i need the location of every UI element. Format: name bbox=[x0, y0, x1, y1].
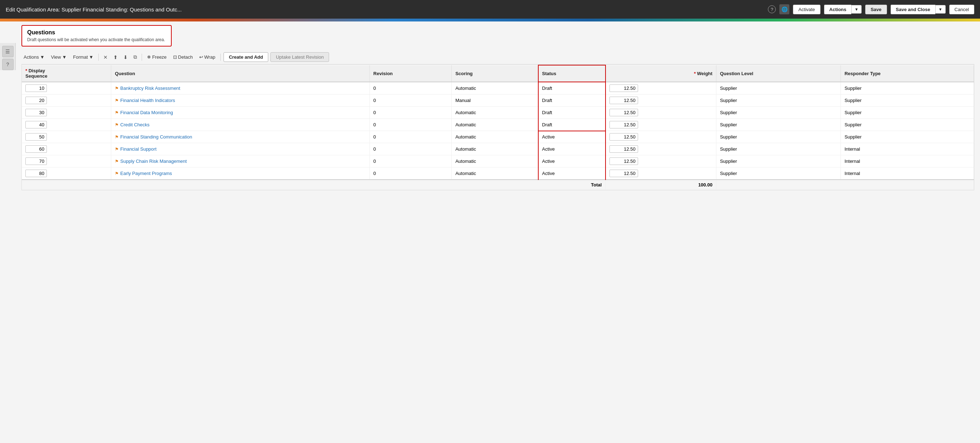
weight-input[interactable] bbox=[609, 97, 638, 104]
cell-responder-type: Internal bbox=[841, 167, 974, 180]
flag-icon: ⚑ bbox=[115, 98, 119, 103]
question-link[interactable]: Financial Health Indicators bbox=[120, 98, 175, 103]
cell-responder-type: Supplier bbox=[841, 94, 974, 107]
cell-weight bbox=[606, 82, 716, 94]
table-row: ⚑Financial Support0AutomaticActiveSuppli… bbox=[22, 143, 974, 155]
total-value: 100.00 bbox=[606, 180, 716, 190]
cell-question-level: Supplier bbox=[716, 167, 840, 180]
insert-above-icon[interactable]: ⬆ bbox=[111, 53, 119, 61]
freeze-toolbar-item[interactable]: ❄ Freeze bbox=[145, 53, 169, 61]
toolbar: Actions ▼ View ▼ Format ▼ ✕ ⬆ ⬇ ⧉ ❄ Free… bbox=[21, 50, 974, 64]
question-link[interactable]: Bankruptcy Risk Assessment bbox=[120, 86, 180, 91]
question-link[interactable]: Supply Chain Risk Management bbox=[120, 159, 187, 164]
actions-arrow-button[interactable]: ▼ bbox=[851, 5, 862, 14]
list-icon[interactable]: ☰ bbox=[2, 46, 14, 57]
cell-display-sequence bbox=[22, 167, 111, 180]
actions-toolbar-item[interactable]: Actions ▼ bbox=[21, 53, 47, 61]
wrap-toolbar-item[interactable]: ↩ Wrap bbox=[197, 53, 218, 61]
view-chevron-icon: ▼ bbox=[62, 54, 67, 60]
cell-question: ⚑Financial Health Indicators bbox=[111, 94, 370, 107]
question-link[interactable]: Financial Support bbox=[120, 147, 156, 152]
questions-title: Questions bbox=[27, 29, 166, 36]
sequence-input[interactable] bbox=[25, 97, 47, 104]
table-header-row: DisplaySequence Question Revision Scorin… bbox=[22, 65, 974, 82]
cell-responder-type: Supplier bbox=[841, 82, 974, 94]
actions-main-button[interactable]: Actions bbox=[824, 5, 851, 14]
duplicate-icon[interactable]: ⧉ bbox=[132, 53, 139, 61]
cell-status: Active bbox=[538, 143, 606, 155]
weight-input[interactable] bbox=[609, 109, 638, 116]
save-close-button-group: Save and Close ▼ bbox=[891, 5, 946, 14]
table-row: ⚑Financial Health Indicators0ManualDraft… bbox=[22, 94, 974, 107]
cell-display-sequence bbox=[22, 107, 111, 119]
detach-icon: ⊡ bbox=[173, 54, 177, 60]
flag-icon: ⚑ bbox=[115, 110, 119, 115]
cell-scoring: Automatic bbox=[452, 143, 538, 155]
sequence-input[interactable] bbox=[25, 109, 47, 116]
cancel-button[interactable]: Cancel bbox=[949, 5, 974, 14]
question-link[interactable]: Early Payment Programs bbox=[120, 171, 172, 176]
weight-input[interactable] bbox=[609, 133, 638, 141]
cell-weight bbox=[606, 131, 716, 143]
cell-question-level: Supplier bbox=[716, 143, 840, 155]
cell-question-level: Supplier bbox=[716, 107, 840, 119]
freeze-icon: ❄ bbox=[147, 54, 151, 60]
col-header-revision: Revision bbox=[369, 65, 451, 82]
help-sidebar-icon[interactable]: ? bbox=[2, 59, 14, 70]
sequence-input[interactable] bbox=[25, 158, 47, 165]
format-toolbar-item[interactable]: Format ▼ bbox=[71, 53, 95, 61]
cell-question-level: Supplier bbox=[716, 119, 840, 131]
color-banner bbox=[0, 19, 980, 21]
actions-chevron-icon: ▼ bbox=[40, 54, 45, 60]
cell-responder-type: Supplier bbox=[841, 107, 974, 119]
weight-input[interactable] bbox=[609, 145, 638, 153]
cell-question-level: Supplier bbox=[716, 82, 840, 94]
activate-button[interactable]: Activate bbox=[793, 5, 820, 14]
detach-toolbar-item[interactable]: ⊡ Detach bbox=[171, 53, 195, 61]
create-and-add-button[interactable]: Create and Add bbox=[224, 52, 269, 62]
question-link[interactable]: Credit Checks bbox=[120, 122, 150, 127]
cell-status: Draft bbox=[538, 107, 606, 119]
help-icon[interactable]: ? bbox=[768, 5, 776, 13]
cell-responder-type: Supplier bbox=[841, 131, 974, 143]
cell-question-level: Supplier bbox=[716, 131, 840, 143]
weight-input[interactable] bbox=[609, 121, 638, 129]
col-header-display-sequence: DisplaySequence bbox=[22, 65, 111, 82]
flag-icon: ⚑ bbox=[115, 171, 119, 176]
save-button[interactable]: Save bbox=[865, 5, 887, 14]
col-header-question: Question bbox=[111, 65, 370, 82]
save-close-arrow-button[interactable]: ▼ bbox=[935, 5, 946, 14]
questions-subtitle: Draft questions will be activated when y… bbox=[27, 37, 166, 42]
view-toolbar-item[interactable]: View ▼ bbox=[49, 53, 69, 61]
sequence-input[interactable] bbox=[25, 170, 47, 177]
uptake-latest-revision-button[interactable]: Uptake Latest Revision bbox=[270, 52, 329, 62]
flag-icon: ⚑ bbox=[115, 159, 119, 164]
save-close-main-button[interactable]: Save and Close bbox=[891, 5, 935, 14]
sequence-input[interactable] bbox=[25, 121, 47, 129]
table-row: ⚑Supply Chain Risk Management0AutomaticA… bbox=[22, 155, 974, 167]
layout-wrapper: ☰ ? Questions Draft questions will be ac… bbox=[0, 21, 980, 194]
cell-scoring: Automatic bbox=[452, 119, 538, 131]
weight-input[interactable] bbox=[609, 158, 638, 165]
weight-input[interactable] bbox=[609, 170, 638, 177]
col-header-responder-type: Responder Type bbox=[841, 65, 974, 82]
globe-icon[interactable]: 🌐 bbox=[780, 4, 789, 14]
insert-below-icon[interactable]: ⬇ bbox=[122, 53, 129, 61]
cell-responder-type: Internal bbox=[841, 155, 974, 167]
toolbar-separator-2 bbox=[142, 54, 142, 61]
question-link[interactable]: Financial Data Monitoring bbox=[120, 110, 173, 115]
delete-icon[interactable]: ✕ bbox=[102, 53, 110, 61]
sequence-input[interactable] bbox=[25, 145, 47, 153]
sequence-input[interactable] bbox=[25, 84, 47, 92]
table-row: ⚑Financial Standing Communication0Automa… bbox=[22, 131, 974, 143]
col-header-question-level: Question Level bbox=[716, 65, 840, 82]
sequence-input[interactable] bbox=[25, 133, 47, 141]
cell-question: ⚑Bankruptcy Risk Assessment bbox=[111, 82, 370, 94]
weight-input[interactable] bbox=[609, 84, 638, 92]
question-link[interactable]: Financial Standing Communication bbox=[120, 134, 192, 140]
cell-scoring: Manual bbox=[452, 94, 538, 107]
table-row: ⚑Early Payment Programs0AutomaticActiveS… bbox=[22, 167, 974, 180]
cell-question: ⚑Early Payment Programs bbox=[111, 167, 370, 180]
cell-question: ⚑Financial Support bbox=[111, 143, 370, 155]
toolbar-separator-3 bbox=[220, 54, 221, 61]
